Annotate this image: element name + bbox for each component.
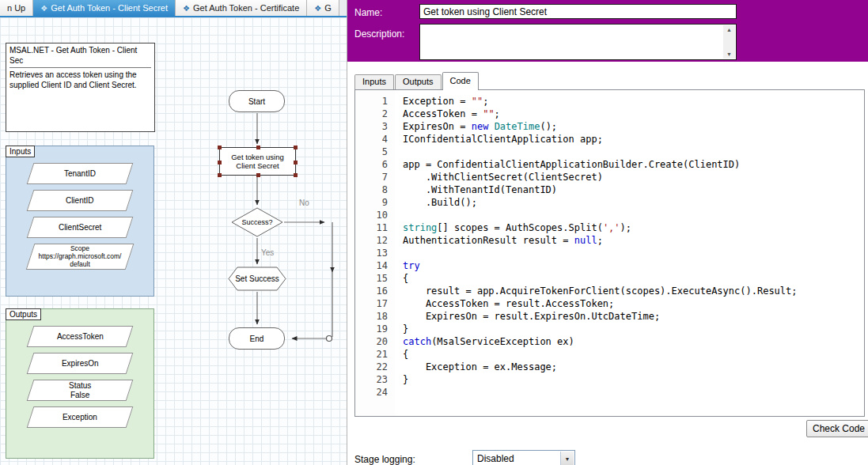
data-item[interactable]: Status False xyxy=(27,380,134,401)
inputs-group[interactable]: Inputs TenantIDClientIDClientSecretScope… xyxy=(6,146,154,297)
data-item-label: Scope https://graph.microsoft.com/defaul… xyxy=(37,245,123,268)
dialog-tab-outputs[interactable]: Outputs xyxy=(395,74,442,89)
outputs-group[interactable]: Outputs AccessTokenExpiresOnStatus False… xyxy=(6,308,154,459)
code-line[interactable]: Exception = ""; xyxy=(403,95,864,108)
description-input[interactable]: ▲ ▼ xyxy=(419,24,737,60)
code-line[interactable]: ExpiresOn = result.ExpiresOn.UtcDateTime… xyxy=(403,310,864,323)
code-stage-label: Get token using Client Secret xyxy=(222,153,293,171)
stage-logging-label: Stage logging: xyxy=(354,454,415,465)
data-item[interactable]: Scope https://graph.microsoft.com/defaul… xyxy=(26,244,135,270)
code-line[interactable] xyxy=(403,247,864,259)
end-node[interactable]: End xyxy=(229,327,285,350)
dialog-tab-inputs[interactable]: Inputs xyxy=(354,74,394,89)
code-line[interactable]: AccessToken = ""; xyxy=(403,108,864,120)
line-number: 2 xyxy=(355,108,388,120)
selection-handle[interactable] xyxy=(294,161,298,164)
code-line[interactable]: } xyxy=(403,323,864,335)
line-number: 7 xyxy=(355,171,388,183)
page-tab[interactable]: n Up xyxy=(0,0,33,16)
set-success-node[interactable]: Set Success xyxy=(228,267,286,291)
selection-handle[interactable] xyxy=(218,161,222,164)
code-line[interactable]: result = app.AcquireTokenForClient(scope… xyxy=(403,285,864,297)
code-stage-node[interactable]: Get token using Client Secret xyxy=(219,147,296,176)
line-number: 14 xyxy=(355,259,388,272)
description-scrollbar[interactable]: ▲ ▼ xyxy=(723,25,735,59)
page-tab-label: Get Auth Token - Client Secret xyxy=(51,3,168,13)
dialog-tab-bar: InputsOutputsCode xyxy=(354,73,479,89)
code-line[interactable]: .Build(); xyxy=(403,196,864,209)
line-number: 8 xyxy=(355,183,388,196)
code-line[interactable]: AccessToken = result.AccessToken; xyxy=(403,297,864,310)
scroll-down-icon[interactable]: ▼ xyxy=(726,51,732,57)
code-line[interactable]: .WithTenantId(TenantID) xyxy=(403,183,864,196)
name-label: Name: xyxy=(354,7,382,18)
page-tab-label: Get Auth Token - Certificate xyxy=(193,3,299,13)
line-number: 21 xyxy=(355,348,388,361)
selection-handle[interactable] xyxy=(294,146,298,149)
line-number: 3 xyxy=(355,120,388,133)
line-number: 16 xyxy=(355,285,388,297)
decision-node[interactable]: Success? xyxy=(231,207,283,237)
page-icon: ❖ xyxy=(183,4,190,13)
code-line[interactable] xyxy=(403,386,864,399)
code-line[interactable]: Exception = ex.Message; xyxy=(403,361,864,373)
data-item-label: ClientSecret xyxy=(59,223,101,232)
line-number: 22 xyxy=(355,361,388,373)
chevron-down-icon[interactable]: ▼ xyxy=(560,452,574,465)
dialog-tab-code[interactable]: Code xyxy=(442,72,479,90)
code-line[interactable]: try xyxy=(403,259,864,272)
start-label: Start xyxy=(248,97,265,106)
data-item[interactable]: ClientID xyxy=(27,190,134,211)
properties-dialog: Name: Description: ▲ ▼ InputsOutputsCode… xyxy=(347,0,868,465)
line-number: 23 xyxy=(355,373,388,386)
selection-handle[interactable] xyxy=(294,173,298,177)
code-line[interactable]: AuthenticationResult result = null; xyxy=(403,234,864,247)
code-line[interactable]: .WithClientSecret(ClientSecret) xyxy=(403,171,864,183)
code-line[interactable]: string[] scopes = AuthScopes.Split(','); xyxy=(403,221,864,234)
line-number: 17 xyxy=(355,297,388,310)
line-number: 11 xyxy=(355,221,388,234)
code-line[interactable]: { xyxy=(403,272,864,285)
stage-logging-dropdown[interactable]: Disabled ▼ xyxy=(472,450,575,465)
data-item[interactable]: TenantID xyxy=(27,163,134,184)
code-line[interactable]: { xyxy=(403,348,864,361)
selection-handle[interactable] xyxy=(256,173,260,177)
data-item-label: ExpiresOn xyxy=(62,359,99,369)
page-tab[interactable]: ❖G xyxy=(307,0,339,16)
data-item[interactable]: AccessToken xyxy=(27,326,134,347)
code-line[interactable]: app = ConfidentialClientApplicationBuild… xyxy=(403,158,864,171)
end-label: End xyxy=(250,335,264,343)
line-number: 12 xyxy=(355,234,388,247)
selection-handle[interactable] xyxy=(218,146,222,149)
selection-handle[interactable] xyxy=(256,146,260,149)
name-input[interactable] xyxy=(419,4,737,19)
note-body: Retrieves an access token using the supp… xyxy=(9,70,151,90)
check-code-button[interactable]: Check Code xyxy=(806,420,868,437)
scroll-up-icon[interactable]: ▲ xyxy=(726,27,732,32)
page-icon: ❖ xyxy=(314,4,321,13)
page-tab-label: n Up xyxy=(7,3,25,13)
note-title: MSAL.NET - Get Auth Token - Client Sec xyxy=(9,45,151,68)
dialog-header: Name: Description: ▲ ▼ xyxy=(347,0,868,62)
code-line[interactable]: ExpiresOn = new DateTime(); xyxy=(403,120,864,133)
code-pane[interactable]: Exception = "";AccessToken = "";ExpiresO… xyxy=(395,90,864,416)
code-line[interactable] xyxy=(403,146,864,158)
page-tab[interactable]: ❖Get Auth Token - Client Secret xyxy=(33,0,176,16)
code-editor[interactable]: 123456789101112131415161718192021222324 … xyxy=(354,89,865,417)
code-line[interactable]: catch(MsalServiceException ex) xyxy=(403,335,864,348)
data-item[interactable]: Exception xyxy=(27,406,134,428)
note-stage[interactable]: MSAL.NET - Get Auth Token - Client Sec R… xyxy=(6,43,155,132)
description-label: Description: xyxy=(354,28,404,40)
line-number: 6 xyxy=(355,158,388,171)
page-tab[interactable]: ❖Get Auth Token - Certificate xyxy=(176,0,307,16)
data-item-label: ClientID xyxy=(66,196,94,206)
data-item[interactable]: ExpiresOn xyxy=(27,353,134,374)
selection-handle[interactable] xyxy=(218,173,222,177)
flow-canvas[interactable]: n Up❖Get Auth Token - Client Secret❖Get … xyxy=(0,0,347,465)
code-line[interactable]: } xyxy=(403,373,864,386)
code-line[interactable]: IConfidentialClientApplication app; xyxy=(403,133,864,146)
code-line[interactable] xyxy=(403,209,864,221)
start-node[interactable]: Start xyxy=(229,90,285,112)
data-item[interactable]: ClientSecret xyxy=(27,217,134,238)
line-number: 10 xyxy=(355,209,388,221)
